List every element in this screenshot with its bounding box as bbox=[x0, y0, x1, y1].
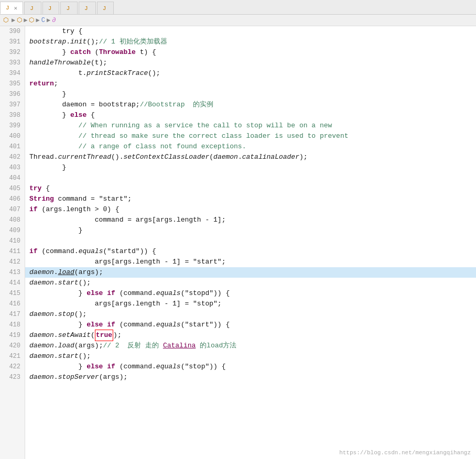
code-line[interactable]: String command = "start"; bbox=[25, 194, 476, 204]
code-line[interactable]: daemon.stop(); bbox=[25, 309, 476, 320]
line-number: 420 bbox=[4, 341, 20, 351]
line-number: 408 bbox=[4, 215, 20, 225]
code-line[interactable]: } else if (command.equals("stopd")) { bbox=[25, 288, 476, 299]
code-line[interactable]: } bbox=[25, 162, 476, 173]
code-line[interactable] bbox=[25, 173, 476, 183]
java-icon: J bbox=[6, 5, 9, 11]
line-number: 409 bbox=[4, 225, 20, 236]
code-line[interactable]: command = args[args.length - 1]; bbox=[25, 215, 476, 225]
code-line[interactable]: daemon.start(); bbox=[25, 351, 476, 362]
code-line[interactable]: args[args.length - 1] = "start"; bbox=[25, 257, 476, 267]
breadcrumb-folder-icon: ⬡ bbox=[17, 16, 22, 24]
breadcrumb-project-icon: ⬡ bbox=[3, 16, 8, 24]
line-number: 401 bbox=[4, 141, 20, 152]
breadcrumb-package-icon: ⬡ bbox=[29, 16, 34, 24]
line-number: 414 bbox=[4, 278, 20, 288]
tab-abstractprot[interactable]: J bbox=[79, 2, 96, 14]
line-number: 395 bbox=[4, 79, 20, 89]
line-number: 418 bbox=[4, 320, 20, 330]
code-line[interactable]: if (command.equals("startd")) { bbox=[25, 246, 476, 257]
code-line[interactable]: daemon.start(); bbox=[25, 278, 476, 288]
main-window: J ✕ J J J J J ⬡ ▶ ⬡ ▶ ⬡ bbox=[0, 0, 476, 459]
breadcrumb-class-icon: C bbox=[41, 17, 45, 24]
line-numbers: 3903913923933943953963973983994004014024… bbox=[0, 26, 25, 459]
code-line[interactable]: } else if (command.equals("stop")) { bbox=[25, 362, 476, 372]
line-number: 416 bbox=[4, 299, 20, 309]
code-line[interactable]: try { bbox=[25, 26, 476, 37]
line-number: 413 bbox=[4, 267, 20, 278]
code-line[interactable]: daemon.load(args); bbox=[25, 267, 476, 278]
tab-bootstrap[interactable]: J ✕ bbox=[0, 2, 23, 14]
code-line[interactable]: daemon.setAwait(true); bbox=[25, 330, 476, 341]
code-area: 3903913923933943953963973983994004014024… bbox=[0, 26, 476, 459]
java-icon3: J bbox=[48, 5, 52, 12]
code-line[interactable]: } bbox=[25, 225, 476, 236]
code-line[interactable]: handleThrowable(t); bbox=[25, 58, 476, 68]
java-icon4: J bbox=[66, 5, 70, 12]
line-number: 421 bbox=[4, 351, 20, 362]
java-icon5: J bbox=[84, 5, 88, 12]
code-line[interactable]: // a range of class not found exceptions… bbox=[25, 141, 476, 152]
code-line[interactable]: return; bbox=[25, 79, 476, 89]
line-number: 390 bbox=[4, 26, 20, 37]
line-number: 422 bbox=[4, 362, 20, 372]
line-number: 411 bbox=[4, 246, 20, 257]
line-number: 398 bbox=[4, 110, 20, 121]
code-line[interactable]: } else { bbox=[25, 110, 476, 121]
code-line[interactable]: bootstrap.init();// 1 初始化类加载器 bbox=[25, 37, 476, 47]
code-line[interactable]: args[args.length - 1] = "stop"; bbox=[25, 299, 476, 309]
code-line[interactable]: daemon = bootstrap;//Bootstrap 的实例 bbox=[25, 100, 476, 110]
code-line[interactable]: Thread.currentThread().setContextClassLo… bbox=[25, 152, 476, 162]
code-line[interactable]: } bbox=[25, 89, 476, 100]
code-line[interactable]: // When running as a service the call to… bbox=[25, 121, 476, 131]
code-line[interactable] bbox=[25, 236, 476, 246]
tab-nioendpoint[interactable]: J bbox=[42, 2, 60, 14]
line-number: 403 bbox=[4, 162, 20, 173]
java-icon6: J bbox=[103, 5, 106, 12]
code-line[interactable]: // thread so make sure the correct class… bbox=[25, 131, 476, 141]
line-number: 392 bbox=[4, 47, 20, 58]
breadcrumb-method-icon: ∂ bbox=[52, 17, 56, 24]
line-number: 397 bbox=[4, 100, 20, 110]
line-number: 412 bbox=[4, 257, 20, 267]
code-line[interactable]: } else if (command.equals("start")) { bbox=[25, 320, 476, 330]
line-number: 415 bbox=[4, 288, 20, 299]
code-line[interactable]: t.printStackTrace(); bbox=[25, 68, 476, 79]
code-content[interactable]: try { bootstrap.init();// 1 初始化类加载器 } ca… bbox=[25, 26, 476, 459]
code-line[interactable]: daemon.load(args);// 2 反射 走的 Catalina 的l… bbox=[25, 341, 476, 351]
tab-httpservlett[interactable]: J bbox=[60, 2, 78, 14]
line-number: 410 bbox=[4, 236, 20, 246]
line-number: 407 bbox=[4, 204, 20, 215]
code-line[interactable]: } catch (Throwable t) { bbox=[25, 47, 476, 58]
line-number: 423 bbox=[4, 372, 20, 382]
java-icon2: J bbox=[30, 5, 34, 12]
line-number: 406 bbox=[4, 194, 20, 204]
code-line[interactable]: try { bbox=[25, 183, 476, 194]
line-number: 417 bbox=[4, 309, 20, 320]
close-icon[interactable]: ✕ bbox=[14, 5, 18, 12]
code-line[interactable]: daemon.stopServer(args); bbox=[25, 372, 476, 382]
tab-bar: J ✕ J J J J J bbox=[0, 0, 476, 15]
line-number: 404 bbox=[4, 173, 20, 183]
line-number: 402 bbox=[4, 152, 20, 162]
line-number: 393 bbox=[4, 58, 20, 68]
line-number: 419 bbox=[4, 330, 20, 341]
line-number: 399 bbox=[4, 121, 20, 131]
breadcrumb: ⬡ ▶ ⬡ ▶ ⬡ ▶ C ▶ ∂ bbox=[0, 15, 476, 26]
line-number: 391 bbox=[4, 37, 20, 47]
tab-coyotead[interactable]: J bbox=[97, 2, 114, 14]
line-number: 396 bbox=[4, 89, 20, 100]
code-line[interactable]: if (args.length > 0) { bbox=[25, 204, 476, 215]
tab-abstractendp[interactable]: J bbox=[24, 2, 41, 14]
line-number: 405 bbox=[4, 183, 20, 194]
line-number: 394 bbox=[4, 68, 20, 79]
line-number: 400 bbox=[4, 131, 20, 141]
